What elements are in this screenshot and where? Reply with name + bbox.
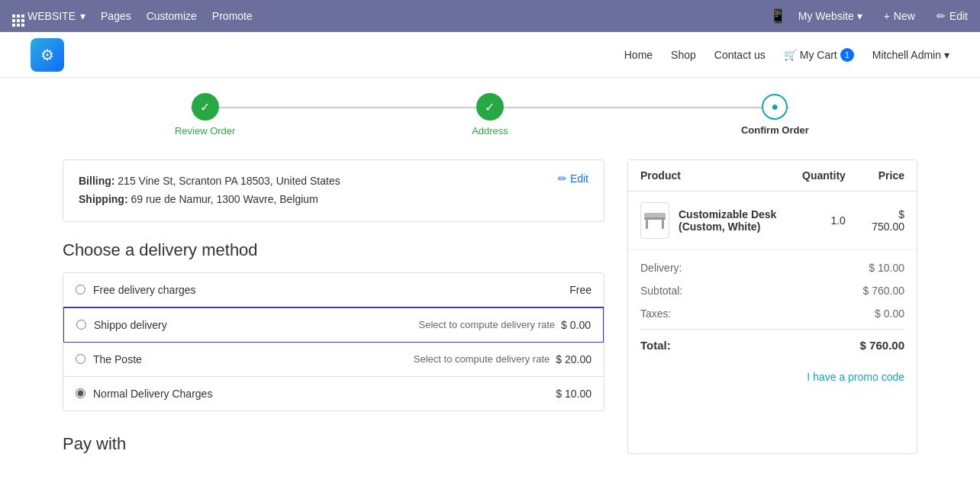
- step-review-label: Review Order: [175, 125, 235, 137]
- new-btn[interactable]: + New: [875, 7, 924, 25]
- delivery-row: Delivery: $ 10.00: [640, 256, 904, 279]
- shipping-address: 69 rue de Namur, 1300 Wavre, Belgium: [131, 193, 318, 205]
- taxes-label: Taxes:: [640, 307, 671, 320]
- cart-icon: 🛒: [784, 49, 797, 61]
- svg-rect-0: [644, 217, 666, 220]
- step-confirm-circle: ●: [762, 94, 788, 120]
- user-dropdown-icon: ▾: [944, 49, 949, 61]
- content-grid: Billing: 215 Vine St, Scranton PA 18503,…: [63, 159, 917, 454]
- address-card: Billing: 215 Vine St, Scranton PA 18503,…: [63, 159, 604, 222]
- svg-rect-1: [646, 220, 648, 229]
- delivery-radio-free[interactable]: [76, 285, 85, 294]
- desk-icon: [641, 207, 669, 234]
- logo-icon: ⚙: [31, 38, 64, 72]
- delivery-title: Choose a delivery method: [63, 240, 604, 260]
- product-row: Customizable Desk (Custom, White) 1.0 $ …: [628, 192, 917, 250]
- pages-link[interactable]: Pages: [101, 10, 131, 22]
- delivery-price-shippo: $ 0.00: [561, 319, 591, 331]
- pencil-icon: ✏: [936, 10, 946, 22]
- delivery-option-normal-right: $ 10.00: [556, 388, 592, 400]
- shipping-label: Shipping:: [79, 193, 128, 205]
- subtotal-label: Subtotal:: [640, 285, 682, 297]
- delivery-radio-shippo[interactable]: [76, 320, 86, 330]
- step-review-circle: ✓: [192, 93, 219, 121]
- billing-label: Billing:: [79, 175, 114, 187]
- delivery-option-free-left: Free delivery charges: [76, 284, 196, 296]
- my-website-dropdown-icon: ▾: [857, 10, 862, 22]
- grand-total-row: Total: $ 760.00: [640, 330, 904, 357]
- delivery-label-shippo[interactable]: Shippo delivery: [94, 319, 167, 331]
- delivery-option-normal-left: Normal Delivery Charges: [76, 388, 212, 400]
- svg-rect-3: [644, 213, 666, 217]
- summary-table: Product Quantity Price: [628, 160, 917, 250]
- shipping-line: Shipping: 69 rue de Namur, 1300 Wavre, B…: [79, 191, 340, 209]
- delivery-option-shippo[interactable]: Shippo delivery Select to compute delive…: [63, 307, 604, 343]
- home-link[interactable]: Home: [624, 49, 653, 61]
- user-menu[interactable]: Mitchell Admin ▾: [872, 49, 949, 61]
- step-review: ✓ Review Order: [63, 93, 347, 137]
- taxes-row: Taxes: $ 0.00: [640, 302, 904, 330]
- plus-icon: +: [884, 10, 890, 22]
- contact-link[interactable]: Contact us: [714, 49, 766, 61]
- billing-address: 215 Vine St, Scranton PA 18503, United S…: [118, 175, 340, 187]
- admin-bar-right: 📱 My Website ▾ + New ✏ Edit: [769, 7, 968, 25]
- step-address: ✓ Address: [347, 93, 632, 137]
- quantity-header: Quantity: [790, 160, 858, 192]
- delivery-radio-normal[interactable]: [76, 388, 85, 398]
- site-header: ⚙ Home Shop Contact us 🛒 My Cart 1 Mitch…: [0, 32, 980, 78]
- delivery-label-poste[interactable]: The Poste: [93, 353, 142, 365]
- delivery-option-shippo-right: Select to compute delivery rate $ 0.00: [419, 319, 591, 331]
- delivery-option-poste-right: Select to compute delivery rate $ 20.00: [414, 353, 592, 365]
- subtotal-value: $ 760.00: [863, 285, 905, 297]
- site-logo[interactable]: ⚙: [31, 38, 64, 72]
- promo-code-link[interactable]: I have a promo code: [628, 363, 917, 395]
- svg-rect-2: [662, 220, 664, 229]
- product-header: Product: [628, 160, 790, 192]
- product-name: Customizable Desk (Custom, White): [679, 208, 778, 233]
- poste-rate-text: Select to compute delivery rate: [414, 353, 550, 365]
- delivery-option-shippo-left: Shippo delivery: [76, 319, 167, 331]
- left-column: Billing: 215 Vine St, Scranton PA 18503,…: [63, 159, 604, 454]
- delivery-option-free-right: Free: [569, 284, 592, 296]
- cart-label: My Cart: [800, 49, 837, 61]
- address-edit-link[interactable]: ✏ Edit: [558, 172, 588, 185]
- mobile-preview-icon[interactable]: 📱: [769, 8, 786, 24]
- shop-link[interactable]: Shop: [671, 49, 696, 61]
- total-value: $ 760.00: [860, 339, 904, 352]
- delivery-value: $ 10.00: [869, 262, 904, 274]
- product-thumbnail: [640, 202, 669, 239]
- product-qty: 1.0: [790, 192, 858, 250]
- cart-link[interactable]: 🛒 My Cart 1: [784, 48, 854, 62]
- delivery-option-free[interactable]: Free delivery charges Free: [63, 273, 604, 307]
- edit-btn[interactable]: ✏ Edit: [936, 10, 968, 22]
- delivery-price-free: Free: [569, 284, 592, 296]
- step-confirm: ● Confirm Order: [633, 94, 917, 136]
- delivery-radio-poste[interactable]: [76, 354, 85, 364]
- product-price: $ 750.00: [858, 192, 917, 250]
- delivery-price-poste: $ 20.00: [556, 353, 592, 365]
- delivery-option-poste[interactable]: The Poste Select to compute delivery rat…: [63, 343, 604, 377]
- my-website-btn[interactable]: My Website ▾: [798, 10, 862, 22]
- website-menu[interactable]: WEBSITE ▾: [12, 8, 85, 25]
- product-cell: Customizable Desk (Custom, White): [628, 192, 790, 250]
- pay-with-title: Pay with: [63, 434, 604, 454]
- step-address-label: Address: [472, 125, 508, 137]
- delivery-label-free[interactable]: Free delivery charges: [93, 284, 196, 296]
- delivery-option-poste-left: The Poste: [76, 353, 142, 365]
- billing-line: Billing: 215 Vine St, Scranton PA 18503,…: [79, 172, 340, 191]
- shippo-rate-text: Select to compute delivery rate: [419, 319, 555, 330]
- promote-link[interactable]: Promote: [212, 10, 253, 22]
- user-label: Mitchell Admin: [872, 49, 941, 61]
- step-confirm-label: Confirm Order: [741, 124, 809, 136]
- total-label: Total:: [640, 339, 671, 352]
- checkout-steps: ✓ Review Order ✓ Address ● Confirm Order: [63, 93, 917, 137]
- address-info: Billing: 215 Vine St, Scranton PA 18503,…: [79, 172, 340, 209]
- admin-bar: WEBSITE ▾ Pages Customize Promote 📱 My W…: [0, 0, 980, 32]
- totals-section: Delivery: $ 10.00 Subtotal: $ 760.00 Tax…: [628, 250, 917, 363]
- delivery-option-normal[interactable]: Normal Delivery Charges $ 10.00: [63, 377, 604, 410]
- customize-link[interactable]: Customize: [147, 10, 197, 22]
- website-dropdown-icon: ▾: [80, 10, 85, 22]
- delivery-options: Free delivery charges Free Shippo delive…: [63, 272, 604, 411]
- step-address-circle: ✓: [476, 93, 504, 121]
- delivery-label-normal[interactable]: Normal Delivery Charges: [93, 388, 212, 400]
